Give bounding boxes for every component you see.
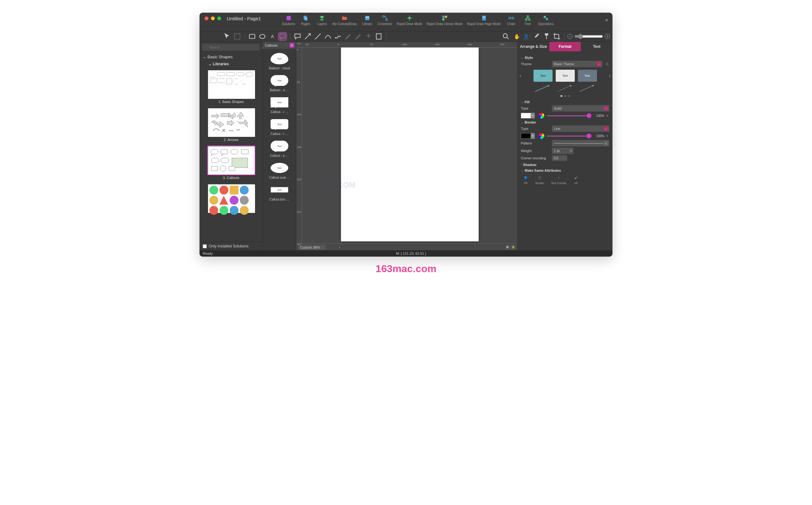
- user-tool[interactable]: 👤: [522, 32, 530, 40]
- fill-color-wheel-icon[interactable]: [539, 113, 544, 119]
- border-color-swatch[interactable]: ▾: [521, 133, 535, 139]
- zoom-out-icon[interactable]: −: [567, 34, 573, 39]
- format-tab-text[interactable]: Text: [581, 42, 612, 51]
- theme-thumb-1[interactable]: Text: [534, 70, 553, 82]
- arrow-draw-tool[interactable]: [304, 32, 312, 40]
- theme-next-icon[interactable]: ›: [609, 73, 610, 78]
- library-item[interactable]: 2. Arrows: [204, 108, 258, 142]
- msa-text-button[interactable]: AText Format: [551, 175, 566, 185]
- theme-thumb-3[interactable]: Text: [578, 70, 597, 82]
- shape-item[interactable]: TextBalloon - cloud: [264, 51, 295, 70]
- shape-item[interactable]: TextCallout - e …: [264, 138, 295, 157]
- pointer-tool[interactable]: [223, 32, 231, 40]
- shape-item[interactable]: TextBalloon - e …: [264, 72, 295, 92]
- format-tab-arrange-size[interactable]: Arrange & Size: [517, 42, 549, 51]
- fill-opacity-slider[interactable]: [547, 115, 592, 116]
- freehand-tool[interactable]: [334, 32, 342, 40]
- theme-thumb-2[interactable]: Text: [556, 70, 575, 82]
- pattern-dropdown[interactable]: ⌄: [552, 140, 609, 146]
- edit-path-tool[interactable]: [354, 32, 363, 40]
- fill-section-header[interactable]: ⌄Fill: [521, 100, 609, 104]
- toolbar-ops[interactable]: Operations: [538, 15, 554, 26]
- text-tool[interactable]: A: [268, 32, 276, 40]
- weight-dropdown[interactable]: 1 pt⇅: [552, 148, 573, 154]
- callout-tool[interactable]: [278, 32, 287, 40]
- border-section-header[interactable]: ⌄Border: [521, 120, 609, 124]
- toolbar-solutions[interactable]: Solutions: [282, 15, 295, 26]
- canvas-scroll[interactable]: MACGF.COM: [302, 47, 517, 243]
- fill-color-swatch[interactable]: ▾: [521, 113, 535, 119]
- theme-dropdown[interactable]: Basic Theme⌄: [552, 61, 602, 67]
- toolbar-rapid[interactable]: Rapid Draw Mode: [397, 15, 422, 26]
- tree-libraries[interactable]: ⌄ Libraries: [200, 61, 263, 68]
- connector-style-1[interactable]: [534, 83, 553, 93]
- minimize-window-button[interactable]: [211, 16, 215, 20]
- svg-rect-6: [382, 16, 384, 17]
- make-same-attributes-header[interactable]: ⌄Make Same Attributes: [521, 169, 609, 172]
- crop-tool[interactable]: [553, 32, 561, 40]
- chat-tool[interactable]: [294, 32, 302, 40]
- msa-border-button[interactable]: ◯Border: [536, 175, 544, 185]
- zoom-tool[interactable]: [502, 32, 510, 40]
- shape-item[interactable]: TextCallout oval …: [264, 160, 295, 179]
- format-painter-tool[interactable]: [542, 32, 551, 40]
- corner-field[interactable]: 0.0: [552, 155, 567, 161]
- shape-item[interactable]: TextCallout - r …: [264, 95, 295, 114]
- fill-opacity-stepper[interactable]: ⇅: [606, 114, 609, 117]
- connector-style-2[interactable]: [556, 83, 575, 93]
- note-tool[interactable]: [375, 32, 383, 40]
- pen-tool[interactable]: [344, 32, 352, 40]
- format-tab-format[interactable]: Format: [549, 42, 581, 51]
- lock-toggle[interactable]: 🔒: [511, 245, 515, 249]
- toolbar-layers[interactable]: Layers: [316, 15, 328, 26]
- tree-root[interactable]: ⌄ Basic Shapes: [200, 52, 263, 61]
- border-color-wheel-icon[interactable]: [539, 133, 544, 139]
- rectangle-tool[interactable]: [248, 32, 256, 40]
- zoom-select[interactable]: Custom 36%: [298, 245, 326, 250]
- border-type-dropdown[interactable]: Line⌄: [552, 126, 609, 132]
- fill-type-dropdown[interactable]: Solid⌄: [552, 105, 609, 112]
- library-item[interactable]: 3. Callouts: [204, 146, 258, 180]
- toolbar-tree[interactable]: Tree: [522, 15, 534, 26]
- toolbar-chain[interactable]: Chain: [505, 15, 517, 26]
- toolbar-rapid-lib[interactable]: Rapid Draw Library Mode: [427, 15, 462, 26]
- theme-prev-icon[interactable]: ‹: [519, 73, 521, 78]
- shapes-dropdown-icon[interactable]: ▾: [289, 43, 294, 47]
- line-tool[interactable]: [314, 32, 322, 40]
- snap-toggle[interactable]: ▦: [505, 245, 510, 249]
- library-item[interactable]: 1. Basic Shapes: [204, 70, 258, 104]
- page-canvas[interactable]: [341, 47, 479, 241]
- shape-item[interactable]: TextCallout box …: [264, 182, 295, 201]
- pan-tool[interactable]: ✋: [512, 32, 520, 40]
- zoom-in-icon[interactable]: +: [605, 34, 610, 39]
- eyedropper-tool[interactable]: [532, 32, 541, 40]
- only-installed-checkbox[interactable]: [203, 244, 207, 248]
- toolbar-connector[interactable]: Connector: [378, 15, 392, 26]
- smart-tool[interactable]: [364, 32, 373, 40]
- theme-settings-icon[interactable]: [605, 62, 609, 66]
- toolbar-overflow-icon[interactable]: »: [605, 17, 608, 23]
- connector-style-3[interactable]: [578, 83, 597, 93]
- msa-fill-button[interactable]: 🔵Fill: [523, 175, 529, 185]
- toolbar-folder[interactable]: My ConceptDraw: [332, 15, 357, 26]
- msa-all-button[interactable]: 🖌All: [573, 175, 579, 185]
- shape-item[interactable]: TextCallout - r …: [264, 116, 295, 136]
- close-window-button[interactable]: [205, 16, 208, 20]
- shapes-panel-header[interactable]: Callouts ▾: [263, 42, 296, 49]
- curve-tool[interactable]: [324, 32, 332, 40]
- border-opacity-slider[interactable]: [547, 136, 592, 137]
- border-opacity-stepper[interactable]: ⇅: [606, 135, 609, 138]
- theme-label: Theme: [521, 62, 549, 66]
- only-installed-checkbox-row[interactable]: Only Installed Solutions: [200, 242, 263, 250]
- toolbar-pages[interactable]: Pages: [300, 15, 312, 26]
- zoom-window-button[interactable]: [217, 16, 221, 20]
- zoom-slider[interactable]: [574, 34, 603, 39]
- ellipse-tool[interactable]: [258, 32, 266, 40]
- toolbar-rapid-page[interactable]: Rapid Draw Page Mode: [467, 15, 500, 26]
- search-input[interactable]: [202, 44, 260, 51]
- shadow-section-header[interactable]: ›Shadow: [521, 163, 609, 167]
- library-item[interactable]: [204, 184, 258, 212]
- toolbar-library[interactable]: Library: [361, 15, 373, 26]
- selection-tool[interactable]: [233, 32, 241, 40]
- style-section-header[interactable]: ⌄Style: [521, 56, 609, 59]
